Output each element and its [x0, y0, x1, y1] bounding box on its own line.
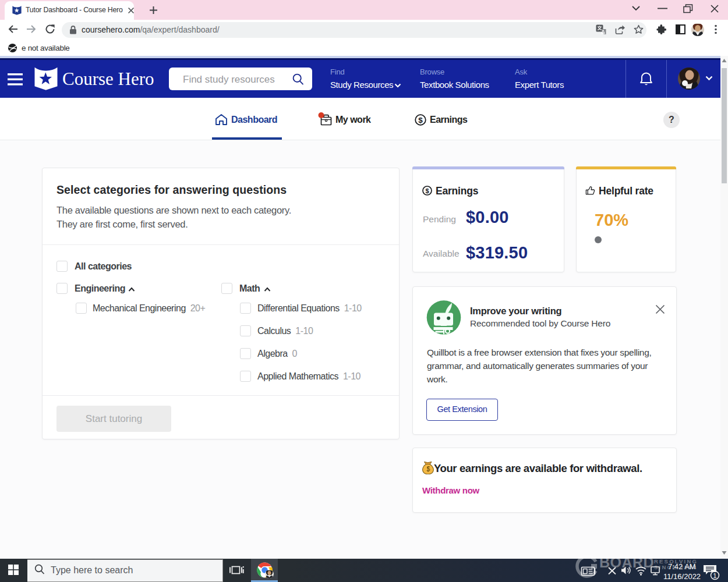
- svg-text:1: 1: [713, 572, 716, 579]
- svg-text:$: $: [418, 116, 423, 125]
- svg-text:$: $: [425, 187, 429, 194]
